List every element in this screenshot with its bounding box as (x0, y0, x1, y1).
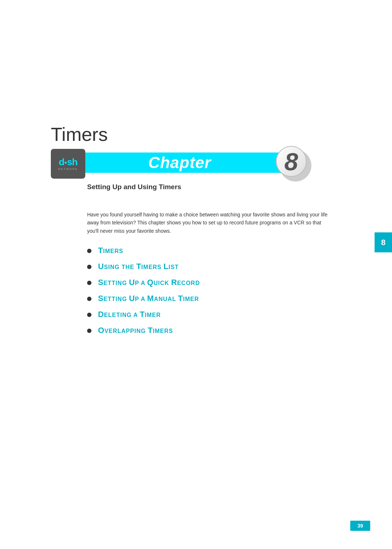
chapter-number-circle: 8 (276, 146, 307, 177)
bullet-icon (87, 313, 91, 317)
list-item: SETTING UP A MANUAL TIMER (87, 294, 334, 303)
chapter-banner: Chapter (69, 152, 290, 173)
toc-link-quick-record[interactable]: SETTING UP A QUICK RECORD (98, 278, 200, 287)
dish-logo-text: dsh (59, 157, 77, 167)
chapter-subtitle: Setting Up and Using Timers (87, 183, 327, 191)
list-item: OVERLAPPING TIMERS (87, 326, 334, 335)
chapter-area: Timers dsh NETWORK Chapter 8 Setting (51, 123, 327, 191)
toc-link-using-timers-list[interactable]: USING THE TIMERS LIST (98, 262, 179, 271)
chapter-number-wrapper: 8 (276, 146, 312, 182)
list-item: SETTING UP A QUICK RECORD (87, 278, 334, 287)
content-area: Have you found yourself having to make a… (87, 211, 334, 342)
toc-link-deleting-timer[interactable]: DELETING A TIMER (98, 310, 161, 319)
chapter-title: Timers (51, 123, 327, 145)
list-item: TIMERS (87, 246, 334, 255)
chapter-label: Chapter (148, 154, 211, 172)
dish-network-label: NETWORK (58, 167, 78, 171)
page-number: 39 (358, 523, 363, 529)
bullet-icon (87, 249, 91, 253)
page-number-area: 39 (350, 521, 370, 531)
bullet-icon (87, 281, 91, 285)
chapter-tab-number: 8 (381, 238, 385, 247)
chapter-tab: 8 (375, 232, 392, 252)
list-item: USING THE TIMERS LIST (87, 262, 334, 271)
intro-paragraph: Have you found yourself having to make a… (87, 211, 334, 235)
bullet-icon (87, 265, 91, 269)
dish-logo: dsh NETWORK (51, 149, 85, 179)
chapter-banner-wrapper: dsh NETWORK Chapter 8 (51, 149, 312, 179)
bullet-icon (87, 329, 91, 333)
toc-list: TIMERS USING THE TIMERS LIST SETTING UP … (87, 246, 334, 335)
chapter-number: 8 (285, 149, 298, 174)
page: Timers dsh NETWORK Chapter 8 Setting (0, 0, 392, 549)
toc-link-manual-timer[interactable]: SETTING UP A MANUAL TIMER (98, 294, 199, 303)
toc-link-overlapping-timers[interactable]: OVERLAPPING TIMERS (98, 326, 173, 335)
list-item: DELETING A TIMER (87, 310, 334, 319)
bullet-icon (87, 297, 91, 301)
toc-link-timers[interactable]: TIMERS (98, 246, 123, 255)
